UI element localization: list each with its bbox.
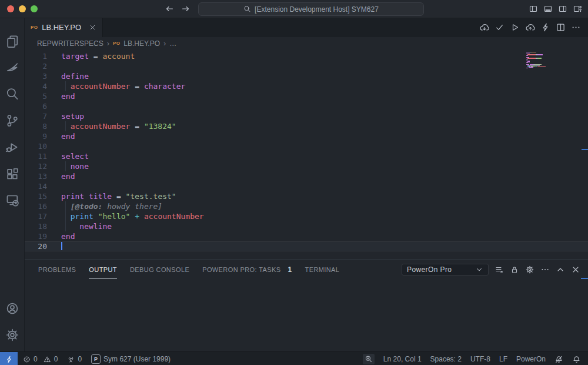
panel-more-button[interactable] bbox=[540, 265, 550, 274]
maximize-window-button[interactable] bbox=[31, 5, 38, 12]
line-number: 16 bbox=[25, 201, 47, 211]
code-line[interactable]: 1target = account bbox=[25, 51, 588, 61]
bolt-button[interactable] bbox=[540, 22, 550, 32]
check-button[interactable] bbox=[495, 22, 505, 32]
indentation-indicator[interactable]: Spaces: 2 bbox=[430, 355, 462, 363]
editor-actions bbox=[479, 18, 588, 37]
breadcrumb-file[interactable]: LB.HEY.PO bbox=[123, 39, 160, 48]
sidebar-item-extensions[interactable] bbox=[0, 160, 25, 187]
bottom-panel: PROBLEMS OUTPUT DEBUG CONSOLE POWERON PR… bbox=[25, 259, 588, 351]
code-line[interactable]: 13end bbox=[25, 171, 588, 181]
code-line[interactable]: 7setup bbox=[25, 111, 588, 121]
output-channel-select[interactable]: PowerOn Pro bbox=[402, 264, 489, 276]
maximize-panel-button[interactable] bbox=[556, 265, 565, 274]
poweron-host-indicator[interactable]: P Sym 627 (User 1999) bbox=[91, 354, 171, 364]
sidebar-item-search[interactable] bbox=[0, 81, 25, 107]
close-panel-button[interactable] bbox=[571, 265, 580, 274]
code-line[interactable]: 20 bbox=[25, 241, 588, 251]
minimize-window-button[interactable] bbox=[19, 5, 26, 12]
tab-terminal[interactable]: TERMINAL bbox=[305, 260, 340, 279]
debug-icon bbox=[5, 140, 19, 154]
line-number: 1 bbox=[25, 51, 47, 61]
problems-indicator[interactable]: 0 0 bbox=[23, 355, 58, 363]
clear-output-button[interactable] bbox=[495, 265, 504, 274]
output-settings-button[interactable] bbox=[525, 265, 534, 274]
minimap[interactable] bbox=[526, 52, 573, 69]
output-content[interactable] bbox=[25, 279, 588, 351]
lock-scroll-button[interactable] bbox=[510, 265, 519, 274]
code-line[interactable]: 2 bbox=[25, 61, 588, 71]
code-line[interactable]: 8 accountNumber = "13824" bbox=[25, 121, 588, 131]
code-line[interactable]: 10 bbox=[25, 141, 588, 151]
toggle-panel-button[interactable] bbox=[543, 4, 553, 14]
editor[interactable]: 1target = account23define4 accountNumber… bbox=[25, 50, 588, 259]
sidebar-item-explorer[interactable] bbox=[0, 28, 25, 54]
forward-button[interactable] bbox=[181, 4, 191, 14]
code-line[interactable]: 15print title = "test.test" bbox=[25, 191, 588, 201]
manage-button[interactable] bbox=[0, 321, 25, 348]
code-line[interactable]: 4 accountNumber = character bbox=[25, 81, 588, 91]
activity-bar bbox=[0, 18, 25, 351]
command-center[interactable]: [Extension Development Host] SYM627 bbox=[198, 2, 424, 16]
code-line[interactable]: 19end bbox=[25, 231, 588, 241]
toggle-secondary-sidebar-button[interactable] bbox=[558, 4, 567, 14]
run-button[interactable] bbox=[510, 22, 520, 32]
search-icon bbox=[243, 5, 251, 13]
code-line[interactable]: 14 bbox=[25, 181, 588, 191]
code-line[interactable]: 5end bbox=[25, 91, 588, 101]
code-line[interactable]: 9end bbox=[25, 131, 588, 141]
tasks-count-badge: 1 bbox=[288, 266, 292, 274]
sidebar-item-poweron[interactable] bbox=[0, 54, 25, 81]
customize-layout-button[interactable] bbox=[573, 4, 582, 14]
ports-indicator[interactable]: 0 bbox=[67, 355, 82, 363]
window-title: [Extension Development Host] SYM627 bbox=[255, 5, 379, 14]
close-tab-button[interactable] bbox=[89, 24, 96, 31]
sidebar-item-run-debug[interactable] bbox=[0, 134, 25, 160]
account-button[interactable] bbox=[0, 295, 25, 321]
tab-output[interactable]: OUTPUT bbox=[89, 260, 117, 279]
sidebar-item-remote-explorer[interactable] bbox=[0, 187, 25, 213]
code-line[interactable]: 17 print "hello" + accountNumber bbox=[25, 211, 588, 221]
tab-lb-hey-po[interactable]: PO LB.HEY.PO bbox=[25, 18, 103, 37]
tab-debug-console[interactable]: DEBUG CONSOLE bbox=[130, 260, 189, 279]
eol-indicator[interactable]: LF bbox=[499, 355, 507, 363]
line-number: 11 bbox=[25, 151, 47, 161]
more-actions-button[interactable] bbox=[571, 22, 581, 32]
tab-problems[interactable]: PROBLEMS bbox=[38, 260, 76, 279]
error-icon bbox=[23, 356, 31, 363]
breadcrumb-folder[interactable]: REPWRITERSPECS bbox=[37, 39, 103, 48]
breadcrumb-symbol[interactable]: … bbox=[169, 39, 176, 48]
code-line[interactable]: 11select bbox=[25, 151, 588, 161]
cloud-upload-button[interactable] bbox=[525, 22, 535, 32]
poweron-file-icon: PO bbox=[31, 25, 38, 30]
close-window-button[interactable] bbox=[7, 5, 14, 12]
code-line[interactable]: 3define bbox=[25, 71, 588, 81]
code-line[interactable]: 18 newline bbox=[25, 221, 588, 231]
sidebar-item-source-control[interactable] bbox=[0, 107, 25, 134]
remote-explorer-icon bbox=[5, 193, 19, 207]
code-line[interactable]: 6 bbox=[25, 101, 588, 111]
zoom-indicator[interactable] bbox=[363, 354, 375, 364]
line-number: 13 bbox=[25, 171, 47, 181]
back-button[interactable] bbox=[165, 4, 174, 14]
cursor-position[interactable]: Ln 20, Col 1 bbox=[383, 355, 422, 363]
toggle-primary-sidebar-button[interactable] bbox=[529, 4, 538, 14]
line-number: 20 bbox=[25, 241, 47, 251]
overview-ruler-marker bbox=[582, 149, 588, 150]
cloud-download-button[interactable] bbox=[479, 22, 489, 32]
indent-guide bbox=[65, 211, 66, 221]
code-line[interactable]: 16 [@todo: howdy there] bbox=[25, 201, 588, 211]
remote-indicator[interactable] bbox=[0, 352, 18, 365]
warning-count: 0 bbox=[54, 355, 58, 363]
notifications-button[interactable] bbox=[572, 355, 581, 364]
language-mode[interactable]: PowerOn bbox=[516, 355, 546, 363]
line-number: 19 bbox=[25, 231, 47, 241]
account-icon bbox=[5, 301, 19, 316]
tab-poweron-pro-tasks[interactable]: POWERON PRO: TASKS bbox=[202, 260, 280, 279]
code-line[interactable]: 12 none bbox=[25, 161, 588, 171]
indent-guide bbox=[65, 221, 66, 231]
split-editor-button[interactable] bbox=[556, 22, 566, 32]
panel-header: PROBLEMS OUTPUT DEBUG CONSOLE POWERON PR… bbox=[25, 260, 588, 279]
encoding-indicator[interactable]: UTF-8 bbox=[470, 355, 490, 363]
do-not-disturb-button[interactable] bbox=[554, 355, 563, 364]
